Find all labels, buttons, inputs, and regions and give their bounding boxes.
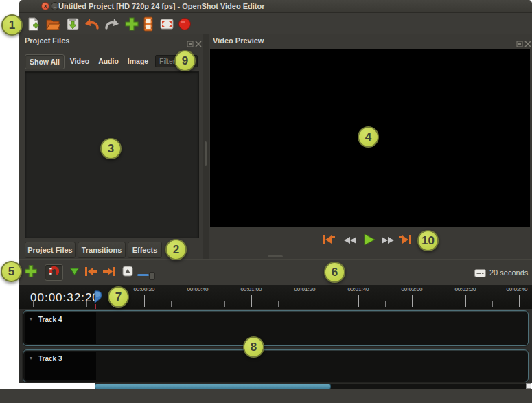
track-collapse-chevron-icon[interactable]: ▾ [30,355,32,362]
annotation-badge-8: 8 [243,336,264,358]
ruler-label: 00:00:20 [127,286,161,292]
redo-button[interactable] [104,17,120,34]
new-project-button[interactable] [25,17,42,34]
open-folder-icon [45,16,60,34]
previous-marker-icon [84,266,98,279]
add-marker-icon [122,266,133,279]
save-icon [65,16,80,34]
openshot-window: ✕ – □ Untitled Project [HD 720p 24 fps] … [0,0,532,403]
zoom-slider-handle[interactable] [149,272,155,280]
timeline-splitter-grip[interactable] [268,255,283,257]
window-title: Untitled Project [HD 720p 24 fps] - Open… [58,2,265,10]
timeline-zoom-slider[interactable] [137,271,158,279]
fullscreen-button[interactable] [159,17,175,34]
zoom-scale-label: 20 seconds [489,268,528,277]
track-row[interactable]: ▾ Track 4 [23,310,529,346]
tab-transitions[interactable]: Transitions [78,242,126,258]
redo-icon [104,18,119,33]
play-icon [363,233,375,249]
import-files-button[interactable] [124,17,140,34]
import-plus-icon [124,16,139,34]
undo-button[interactable] [84,17,100,34]
open-project-button[interactable] [45,17,61,34]
annotation-badge-6: 6 [324,262,345,283]
preview-float-icon[interactable] [516,38,523,45]
tab-project-files[interactable]: Project Files [25,242,76,258]
play-button[interactable] [362,233,377,249]
new-project-icon [26,16,41,34]
window-bottom-edge [0,389,532,403]
track-label: Track 4 [38,316,62,323]
jump-to-start-icon [322,235,336,247]
add-track-icon [24,264,38,281]
panel-close-icon[interactable] [195,38,202,45]
ruler-label: 00:01:00 [234,286,268,292]
ruler-label: 00:00:40 [181,286,215,292]
jump-to-start-button[interactable] [321,235,336,247]
panel-float-icon[interactable] [187,38,194,45]
track-row[interactable]: ▾ Track 3 [23,349,529,382]
window-resize-grip[interactable] [526,383,531,389]
jump-to-end-button[interactable] [397,235,413,247]
annotation-badge-1: 1 [1,14,23,36]
preview-close-icon[interactable] [524,38,531,45]
track-label: Track 3 [38,355,62,362]
ruler-label: 00:02:00 [395,286,429,292]
next-marker-icon [102,266,116,279]
fast-forward-icon [380,235,395,247]
zoom-slider-track [137,274,149,276]
annotation-badge-10: 10 [417,230,439,251]
jump-to-end-icon [398,235,412,247]
track-header[interactable]: ▾ Track 4 [25,312,96,344]
undo-icon [84,18,100,33]
annotation-badge-4: 4 [358,126,379,148]
panel-splitter[interactable] [203,34,209,259]
project-files-title: Project Files [25,36,69,45]
rewind-button[interactable] [343,235,358,246]
filter-video-button[interactable]: Video [67,54,93,68]
ruler-label: 00:01:20 [288,286,322,292]
record-circle-icon [177,16,192,34]
next-marker-button[interactable] [102,267,117,277]
filter-audio-button[interactable]: Audio [95,54,122,68]
rewind-icon [343,235,358,247]
window-close-button[interactable]: ✕ [41,2,49,10]
previous-marker-button[interactable] [84,267,99,277]
track-header[interactable]: ▾ Track 3 [25,352,96,380]
ruler-label: 00:01:40 [341,286,375,292]
save-project-button[interactable] [65,17,81,34]
snapping-toggle-button[interactable] [45,264,63,281]
annotation-badge-2: 2 [165,239,187,260]
annotation-badge-7: 7 [108,286,129,308]
filter-image-button[interactable]: Image [124,54,152,68]
filter-show-all-button[interactable]: Show All [25,54,65,69]
video-preview-title: Video Preview [213,36,264,45]
add-marker-button[interactable] [122,266,134,278]
razor-tool-button[interactable] [68,267,80,278]
razor-triangle-icon [69,266,80,279]
tab-effects[interactable]: Effects [128,242,162,258]
fast-forward-button[interactable] [380,235,395,246]
annotation-badge-5: 5 [1,261,22,282]
zoom-scale-icon [474,268,486,280]
ruler-label: 00:02:20 [448,286,483,292]
annotation-badge-9: 9 [174,50,196,71]
fullscreen-icon [159,18,174,33]
playhead-marker[interactable] [91,290,104,308]
track-collapse-chevron-icon[interactable]: ▾ [30,316,32,323]
export-video-button[interactable] [176,17,193,34]
splitter-grip [205,141,207,166]
film-profile-icon [143,16,154,34]
magnet-icon [49,266,60,279]
ruler-label: 00:02:40 [500,286,532,292]
choose-profile-button[interactable] [140,17,157,34]
annotation-badge-3: 3 [100,138,122,159]
add-track-button[interactable] [23,264,39,281]
